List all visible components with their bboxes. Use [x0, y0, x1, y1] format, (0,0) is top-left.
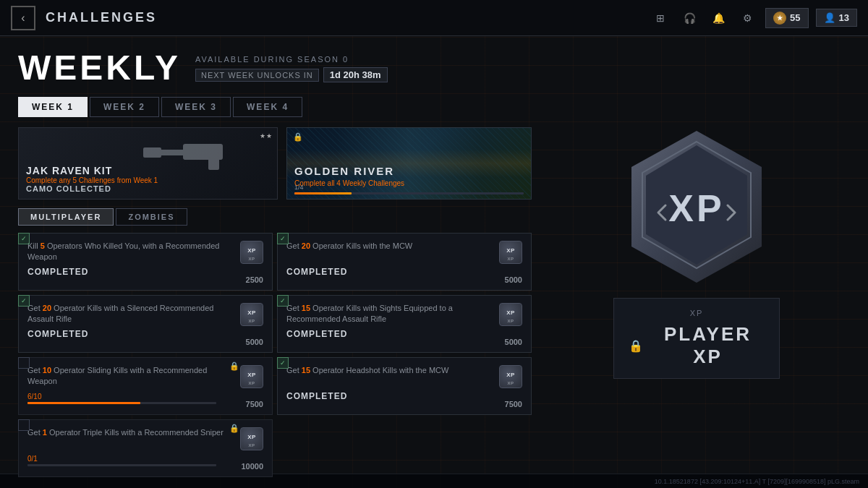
challenge-5-progress-bar	[27, 402, 216, 404]
player-icon: 👤	[824, 12, 835, 23]
gr-lock-icon: 🔒	[293, 132, 303, 142]
jak-raven-card: ★★ JAK RAVEN KIT Complete any 5 Challeng…	[18, 127, 278, 200]
challenge-6-text: Get 15 Operator Headshot Kills with the …	[286, 365, 493, 376]
token-icon: ★	[773, 12, 786, 25]
reward-cards: ★★ JAK RAVEN KIT Complete any 5 Challeng…	[18, 127, 532, 200]
right-panel: XP XP 🔒 PLAYER XP	[543, 127, 850, 477]
challenge-7-progress: 0/1	[27, 455, 263, 466]
challenge-1-top: Kill 5 Operators Who Killed You, with a …	[27, 241, 263, 264]
gr-title: GOLdEN RIVER	[294, 165, 394, 177]
next-week-badge: NEXT WEEK UNLOCKS IN 1d 20h 38m	[195, 67, 388, 82]
challenge-5-top: Get 10 Operator Sliding Kills with a Rec…	[27, 365, 263, 388]
challenge-7-top: Get 1 Operator Triple Kills with a Recom…	[27, 427, 263, 450]
challenge-5-progress-fill	[27, 402, 140, 404]
challenge-6-top: Get 15 Operator Headshot Kills with the …	[286, 365, 522, 388]
player-count: 13	[839, 12, 849, 23]
challenge-card-5: 🔒 Get 10 Operator Sliding Kills with a R…	[18, 357, 273, 415]
left-panel: ★★ JAK RAVEN KIT Complete any 5 Challeng…	[18, 127, 532, 477]
gr-progress: 1/4	[294, 184, 524, 194]
challenge-2-top: Get 20 Operator Kills with the MCW XP	[286, 241, 522, 264]
challenge-grid: ✓ Kill 5 Operators Who Killed You, with …	[18, 233, 532, 477]
challenge-4-xp: 5000	[505, 338, 522, 346]
player-xp-box: XP 🔒 PLAYER XP	[613, 298, 780, 379]
challenge-7-lock: 🔒	[229, 424, 239, 433]
page-title: CHALLENGES	[46, 10, 650, 25]
challenge-card-3: ✓ Get 20 Operator Kills with a Silenced …	[18, 295, 273, 353]
token-badge[interactable]: ★ 55	[765, 8, 808, 28]
challenge-6-xp: 7500	[505, 400, 522, 408]
mode-tabs: MULTIPLAYER ZOMBIES	[18, 208, 532, 226]
challenge-4-text: Get 15 Operator Kills with Sights Equipp…	[286, 303, 493, 325]
gr-progress-fill	[294, 192, 352, 194]
challenge-7-checkbox	[18, 419, 30, 431]
challenge-1-checkbox: ✓	[18, 233, 30, 244]
challenge-1-text: Kill 5 Operators Who Killed You, with a …	[27, 241, 234, 262]
golden-river-card: 🔒 GOLdEN RIVER Complete all 4 Weekly Cha…	[286, 127, 532, 200]
settings-icon[interactable]: ⚙	[736, 7, 758, 29]
challenge-5-xp: 7500	[246, 400, 263, 408]
challenge-5-checkbox	[18, 357, 30, 369]
season-label: AVAILABLE DURING SEASON 0	[195, 55, 388, 64]
challenge-3-xp: 5000	[246, 338, 263, 346]
jak-subtitle-before: Complete any	[26, 176, 72, 184]
tab-week3[interactable]: WEEK 3	[161, 97, 231, 117]
challenge-1-xp-badge: XP	[240, 241, 263, 264]
challenge-7-xp-badge: XP	[240, 427, 263, 450]
challenge-2-text: Get 20 Operator Kills with the MCW	[286, 241, 493, 252]
xp-reward-large: XP	[617, 127, 776, 286]
challenge-7-xp: 10000	[241, 462, 263, 471]
challenge-card-7: 🔒 Get 1 Operator Triple Kills with a Rec…	[18, 419, 273, 477]
tab-zombies[interactable]: ZOMBIES	[116, 208, 187, 226]
headset-icon[interactable]: 🎧	[678, 7, 700, 29]
tab-multiplayer[interactable]: MULTIPLAYER	[18, 208, 114, 226]
challenge-1-status: COMPLETED	[27, 267, 263, 277]
challenge-5-text: Get 10 Operator Sliding Kills with a Rec…	[27, 365, 234, 387]
weekly-title: WEEKLY	[18, 51, 181, 85]
challenge-5-lock: 🔒	[229, 361, 239, 371]
gr-progress-text: 1/4	[294, 184, 304, 191]
challenge-card-6: ✓ Get 15 Operator Headshot Kills with th…	[277, 357, 532, 415]
challenge-4-top: Get 15 Operator Kills with Sights Equipp…	[286, 303, 522, 326]
grid-icon[interactable]: ⊞	[650, 7, 671, 29]
token-count: 55	[790, 12, 800, 23]
challenge-3-text: Get 20 Operator Kills with a Silenced Re…	[27, 303, 234, 325]
svg-rect-4	[194, 147, 200, 151]
xp-badge-label: XP	[247, 247, 256, 254]
bell-icon[interactable]: 🔔	[707, 7, 729, 29]
challenge-2-checkbox: ✓	[277, 233, 289, 244]
top-bar: ‹ CHALLENGES ⊞ 🎧 🔔 ⚙ ★ 55 👤 13	[0, 0, 868, 36]
page-header: WEEKLY AVAILABLE DURING SEASON 0 NEXT WE…	[18, 51, 850, 85]
challenge-6-status: COMPLETED	[286, 391, 522, 401]
header-meta: AVAILABLE DURING SEASON 0 NEXT WEEK UNLO…	[195, 51, 388, 82]
challenge-4-xp-badge: XP	[499, 303, 522, 326]
challenge-5-xp-badge: XP	[240, 365, 263, 388]
next-week-label: NEXT WEEK UNLOCKS IN	[195, 69, 319, 82]
svg-text:XP: XP	[668, 187, 724, 229]
player-badge[interactable]: 👤 13	[816, 9, 857, 27]
tab-week4[interactable]: WEEK 4	[233, 97, 302, 117]
jak-title: JAK RAVEN KIT	[26, 165, 270, 176]
jak-subtitle: Complete any 5 Challenges from Week 1	[26, 176, 270, 184]
challenge-3-checkbox: ✓	[18, 295, 30, 307]
week-tabs: WEEK 1 WEEK 2 WEEK 3 WEEK 4	[18, 97, 850, 117]
next-week-timer: 1d 20h 38m	[323, 67, 388, 82]
tab-week2[interactable]: WEEK 2	[90, 97, 159, 117]
challenge-2-xp: 5000	[505, 275, 522, 284]
challenge-card-1: ✓ Kill 5 Operators Who Killed You, with …	[18, 233, 273, 291]
challenge-2-xp-badge: XP	[499, 241, 522, 264]
svg-point-5	[166, 150, 171, 155]
main-content: WEEKLY AVAILABLE DURING SEASON 0 NEXT WE…	[0, 36, 868, 488]
challenge-6-checkbox: ✓	[277, 357, 289, 369]
challenge-7-progress-bar	[27, 464, 216, 466]
challenge-5-progress-text: 6/10	[27, 393, 263, 401]
jak-subtitle-after: Challenges from Week 1	[77, 176, 158, 184]
challenge-4-status: COMPLETED	[286, 329, 522, 339]
back-button[interactable]: ‹	[11, 6, 35, 30]
tab-week1[interactable]: WEEK 1	[18, 97, 88, 117]
challenge-3-top: Get 20 Operator Kills with a Silenced Re…	[27, 303, 263, 326]
challenge-2-status: COMPLETED	[286, 267, 522, 277]
challenge-7-progress-text: 0/1	[27, 455, 263, 463]
jak-status: CAMO COLLECTED	[26, 184, 270, 193]
content-area: ★★ JAK RAVEN KIT Complete any 5 Challeng…	[18, 127, 850, 477]
player-xp-value: 🔒 PLAYER XP	[629, 323, 765, 368]
